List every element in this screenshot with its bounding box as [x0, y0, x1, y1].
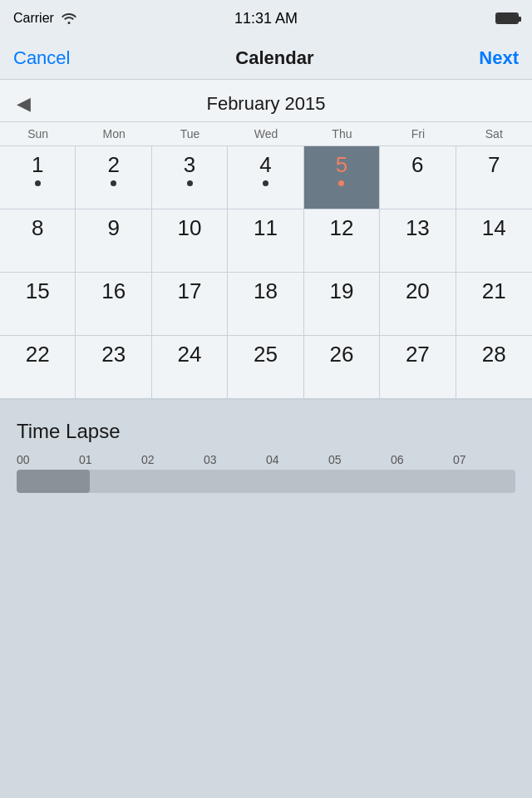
time-tick-02: 02	[141, 453, 204, 466]
cal-date-number: 17	[178, 279, 202, 303]
cal-day-27[interactable]: 27	[380, 336, 456, 399]
cal-date-number: 26	[329, 342, 353, 367]
cal-date-number: 18	[254, 279, 278, 303]
cal-date-number: 5	[336, 153, 347, 177]
calendar-container: ◀ February 2015 SunMonTueWedThuFriSat 12…	[0, 80, 532, 400]
cal-date-number: 23	[101, 342, 126, 367]
cal-day-15[interactable]: 15	[0, 273, 76, 336]
scroll-track[interactable]	[17, 470, 515, 493]
cal-day-10[interactable]: 10	[152, 209, 228, 273]
cal-day-13[interactable]: 13	[380, 209, 456, 273]
cal-day-1[interactable]: 1	[0, 146, 76, 209]
event-dot	[111, 180, 116, 186]
nav-bar: Cancel Calendar Next	[0, 37, 532, 80]
cal-date-number: 25	[254, 342, 278, 367]
time-axis: 0001020304050607	[17, 453, 515, 466]
cal-date-number: 14	[482, 216, 506, 240]
cal-day-28[interactable]: 28	[456, 336, 532, 399]
cal-date-number: 4	[259, 153, 271, 177]
cal-day-21[interactable]: 21	[456, 273, 532, 336]
time-tick-05: 05	[328, 453, 391, 466]
time-tick-04: 04	[266, 453, 328, 466]
bottom-area: Time Lapse 0001020304050607	[0, 400, 532, 506]
cal-date-number: 20	[406, 279, 430, 303]
cal-day-23[interactable]: 23	[76, 336, 151, 399]
event-dot	[35, 180, 41, 186]
dow-header-sat: Sat	[456, 122, 532, 145]
cal-date-number: 1	[32, 153, 43, 177]
cal-day-26[interactable]: 26	[304, 336, 380, 399]
time-tick-03: 03	[204, 453, 266, 466]
dow-header-thu: Thu	[304, 122, 380, 145]
cal-date-number: 3	[184, 153, 195, 177]
cal-day-11[interactable]: 11	[228, 209, 303, 273]
cal-date-number: 16	[101, 279, 126, 303]
cal-day-9[interactable]: 9	[76, 209, 151, 273]
cal-date-number: 15	[26, 279, 50, 303]
cal-day-19[interactable]: 19	[304, 273, 380, 336]
cal-day-20[interactable]: 20	[380, 273, 456, 336]
dow-header-sun: Sun	[0, 122, 76, 145]
cal-day-12[interactable]: 12	[304, 209, 380, 273]
cal-date-number: 10	[178, 216, 202, 240]
cal-day-18[interactable]: 18	[228, 273, 303, 336]
time-tick-00: 00	[17, 453, 79, 466]
cancel-button[interactable]: Cancel	[13, 47, 70, 69]
dow-header-wed: Wed	[228, 122, 303, 145]
cal-day-16[interactable]: 16	[76, 273, 151, 336]
cal-date-number: 2	[107, 153, 119, 177]
time-tick-07: 07	[453, 453, 515, 466]
cal-day-7[interactable]: 7	[456, 146, 532, 209]
cal-day-22[interactable]: 22	[0, 336, 76, 399]
cal-day-5[interactable]: 5	[304, 146, 380, 209]
dow-headers: SunMonTueWedThuFriSat	[0, 121, 532, 146]
event-dot	[338, 180, 344, 186]
time-tick-01: 01	[79, 453, 141, 466]
event-dot	[263, 180, 268, 186]
dow-header-mon: Mon	[76, 122, 151, 145]
cal-date-number: 27	[406, 342, 430, 367]
cal-day-3[interactable]: 3	[152, 146, 228, 209]
prev-month-button[interactable]: ◀	[17, 95, 31, 113]
cal-date-number: 21	[482, 279, 506, 303]
cal-day-24[interactable]: 24	[152, 336, 228, 399]
scroll-thumb[interactable]	[17, 470, 90, 493]
cal-date-number: 9	[107, 216, 119, 240]
dow-header-tue: Tue	[152, 122, 228, 145]
time-tick-06: 06	[391, 453, 453, 466]
cal-day-17[interactable]: 17	[152, 273, 228, 336]
cal-date-number: 8	[32, 216, 43, 240]
cal-day-8[interactable]: 8	[0, 209, 76, 273]
cal-date-number: 22	[26, 342, 50, 367]
cal-date-number: 28	[482, 342, 506, 367]
dow-header-fri: Fri	[380, 122, 456, 145]
cal-day-2[interactable]: 2	[76, 146, 151, 209]
cal-date-number: 12	[329, 216, 353, 240]
cal-day-14[interactable]: 14	[456, 209, 532, 273]
cal-day-4[interactable]: 4	[228, 146, 303, 209]
status-time: 11:31 AM	[234, 10, 298, 27]
battery-icon	[495, 12, 519, 24]
next-button[interactable]: Next	[479, 47, 519, 69]
time-lapse-label: Time Lapse	[17, 420, 515, 443]
cal-date-number: 7	[488, 153, 500, 177]
cal-day-6[interactable]: 6	[380, 146, 456, 209]
wifi-icon	[61, 11, 77, 27]
carrier-label: Carrier	[13, 11, 54, 26]
cal-date-number: 11	[254, 216, 278, 240]
status-left: Carrier	[13, 11, 77, 27]
month-year-label: February 2015	[206, 93, 325, 115]
calendar-header: ◀ February 2015	[0, 80, 532, 121]
cal-date-number: 13	[406, 216, 430, 240]
calendar-grid: 1234567891011121314151617181920212223242…	[0, 146, 532, 399]
cal-date-number: 24	[178, 342, 202, 367]
cal-day-25[interactable]: 25	[228, 336, 303, 399]
page-title: Calendar	[235, 47, 313, 69]
status-bar: Carrier 11:31 AM	[0, 0, 532, 37]
cal-date-number: 19	[329, 279, 353, 303]
event-dot	[187, 180, 193, 186]
cal-date-number: 6	[411, 153, 423, 177]
